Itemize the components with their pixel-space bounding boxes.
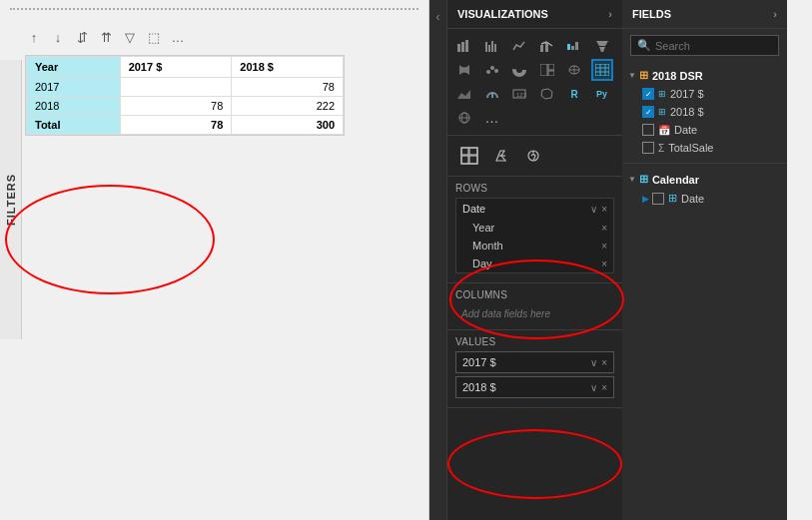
year-label: Year (472, 222, 494, 234)
fields-panel: FIELDS › 🔍 ▼ ⊞ 2018 DSR ✓ ⊞ 2017 $ (622, 0, 787, 520)
calendar-date-checkbox[interactable] (652, 193, 664, 205)
date-chevron-down[interactable]: ∨ (590, 204, 597, 215)
field-group-2018dsr: ▼ ⊞ 2018 DSR ✓ ⊞ 2017 $ ✓ ⊞ 2018 $ (622, 64, 787, 159)
2018-measure-icon: ⊞ (658, 107, 666, 117)
values-2017-chevron[interactable]: ∨ (590, 357, 597, 368)
viz-icon-line[interactable] (508, 35, 530, 57)
field-item-2017[interactable]: ✓ ⊞ 2017 $ (622, 85, 787, 103)
data-table: Year 2017 $ 2018 $ 2017 78 2018 78 222 T… (26, 56, 344, 135)
svg-rect-19 (548, 64, 554, 70)
viz-icon-waterfall[interactable] (563, 35, 585, 57)
field-item-totalsale[interactable]: Σ TotalSale (622, 139, 787, 157)
fields-expand-icon[interactable]: › (773, 8, 777, 20)
viz-icon-funnel[interactable] (591, 35, 613, 57)
sort-asc-icon[interactable]: ↑ (25, 28, 43, 46)
calendar-date-icon: ⊞ (668, 192, 677, 205)
month-label: Month (472, 240, 503, 252)
fields-tree: ▼ ⊞ 2018 DSR ✓ ⊞ 2017 $ ✓ ⊞ 2018 $ (622, 62, 787, 520)
values-2017-remove[interactable]: × (601, 357, 607, 368)
viz-icon-shape-map[interactable] (536, 83, 558, 105)
svg-rect-38 (461, 156, 468, 164)
viz-icon-combo[interactable] (536, 35, 558, 57)
values-2018-chevron[interactable]: ∨ (590, 382, 597, 393)
calendar-label: Calendar (652, 174, 699, 186)
2017-checkbox[interactable]: ✓ (642, 88, 654, 100)
svg-rect-9 (567, 44, 570, 50)
cell-2018-2017: 78 (232, 78, 344, 97)
field-group-calendar-header[interactable]: ▼ ⊞ Calendar (622, 170, 787, 189)
svg-rect-18 (540, 64, 547, 76)
field-item-2018[interactable]: ✓ ⊞ 2018 $ (622, 103, 787, 121)
viz-icon-gauge[interactable] (481, 83, 503, 105)
svg-point-15 (490, 66, 494, 70)
values-2017-row: 2017 $ ∨ × (456, 352, 613, 372)
toolbar: ↑ ↓ ⇵ ⇈ ▽ ⬚ … (25, 24, 187, 50)
viz-icon-pie[interactable] (508, 59, 530, 81)
svg-point-17 (514, 65, 524, 75)
svg-rect-20 (548, 71, 554, 76)
more-icon[interactable]: … (169, 28, 187, 46)
day-remove-btn[interactable]: × (601, 259, 607, 269)
svg-rect-8 (545, 43, 548, 52)
cell-year-2017: 2017 (27, 78, 121, 97)
rows-day-subfield: Day × (456, 255, 613, 272)
viz-icon-ribbon[interactable] (453, 59, 475, 81)
grid-icon[interactable]: ⬚ (145, 28, 163, 46)
viz-icon-area[interactable] (453, 83, 475, 105)
field-group-2018dsr-header[interactable]: ▼ ⊞ 2018 DSR (622, 66, 787, 85)
rows-date-header[interactable]: Date ∨ × (456, 199, 613, 219)
year-remove-btn[interactable]: × (601, 223, 607, 234)
filter-icon[interactable]: ▽ (121, 28, 139, 46)
2017-field-label: 2017 $ (670, 88, 704, 100)
date-remove-btn[interactable]: × (601, 204, 607, 215)
viz-title: VISUALIZATIONS (457, 8, 548, 20)
viz-icon-python[interactable]: Py (591, 83, 613, 105)
viz-icon-more[interactable]: … (481, 107, 503, 129)
viz-expand-icon[interactable]: › (608, 8, 612, 20)
values-2018-remove[interactable]: × (601, 382, 607, 393)
expand-icon[interactable]: ⇈ (97, 28, 115, 46)
values-2017-label: 2017 $ (462, 356, 496, 368)
filters-panel: FILTERS (0, 60, 22, 339)
viz-header: VISUALIZATIONS › (447, 0, 622, 29)
fields-tab[interactable] (455, 142, 483, 170)
annotation-circle-table (5, 185, 215, 294)
calendar-date-expand-icon[interactable]: ▶ (642, 194, 649, 204)
fields-header: FIELDS › (622, 0, 787, 29)
columns-placeholder: Add data fields here (455, 304, 614, 323)
svg-point-42 (532, 151, 534, 153)
analytics-tab[interactable] (519, 142, 547, 170)
totalsale-field-label: TotalSale (668, 142, 713, 154)
values-well-label: Values (455, 336, 614, 347)
cell-2017-2017 (120, 78, 232, 97)
rows-well: Rows Date ∨ × Year × Month (447, 177, 622, 283)
viz-icon-r-script[interactable]: R (563, 83, 585, 105)
sort-az-icon[interactable]: ⇵ (73, 28, 91, 46)
field-item-calendar-date[interactable]: ▶ ⊞ Date (622, 189, 787, 208)
collapse-viz-icon[interactable]: ‹ (436, 10, 440, 24)
viz-icon-globe[interactable] (453, 107, 475, 129)
calendar-date-label: Date (681, 193, 704, 205)
viz-icon-stacked-bar[interactable] (453, 35, 475, 57)
month-remove-btn[interactable]: × (601, 241, 607, 252)
viz-icon-map[interactable] (563, 59, 585, 81)
date-checkbox[interactable] (642, 124, 654, 136)
svg-point-16 (494, 69, 498, 73)
viz-icon-treemap[interactable] (536, 59, 558, 81)
viz-icon-card[interactable]: 123 (508, 83, 530, 105)
2018dsr-db-icon: ⊞ (639, 69, 648, 82)
viz-icon-scatter[interactable] (481, 59, 503, 81)
field-item-date[interactable]: 📅 Date (622, 121, 787, 139)
sort-desc-icon[interactable]: ↓ (49, 28, 67, 46)
viz-icon-grouped-bar[interactable] (481, 35, 503, 57)
viz-icon-table[interactable] (591, 59, 613, 81)
svg-rect-39 (469, 156, 477, 164)
field-group-divider (622, 163, 787, 164)
format-tab[interactable] (487, 142, 515, 170)
data-table-container: Year 2017 $ 2018 $ 2017 78 2018 78 222 T… (25, 55, 345, 136)
totalsale-checkbox[interactable] (642, 142, 654, 154)
search-input[interactable] (655, 40, 772, 52)
2018-checkbox[interactable]: ✓ (642, 106, 654, 118)
svg-rect-10 (571, 46, 574, 50)
cell-year-2018: 2018 (27, 97, 121, 116)
